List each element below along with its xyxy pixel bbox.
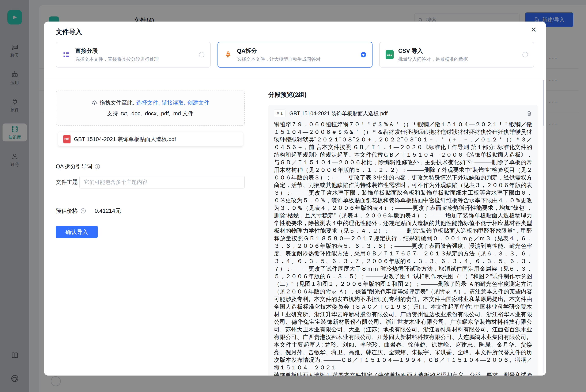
- chunk-index-badge: # 1: [274, 110, 286, 117]
- topic-input[interactable]: [79, 176, 245, 188]
- segment-icon: [62, 50, 71, 59]
- close-icon[interactable]: ×: [531, 24, 536, 34]
- rocket-icon: [224, 50, 232, 59]
- option-desc: 批量导入问答对，是最精准的数据: [398, 56, 468, 62]
- option-qa-split[interactable]: QA拆分 选择文本文件，让大模型自动生成问答对: [218, 42, 372, 68]
- csv-file-icon: CSV: [386, 50, 394, 59]
- chunk-paragraph: 犐犆犛７９．０６０犆犆犛犅７０！＂＃＄％＆＇（）＊犌犅／犜１５１０４—２０２１！…: [274, 120, 532, 371]
- chunk-paragraph: 装饰单板贴面人造板１ 范围本文件规定了装饰单板贴面人造板的术语和定义、分类、要求…: [274, 371, 532, 376]
- question-icon[interactable]: ?: [81, 208, 86, 214]
- topic-label: 文件主题: [56, 178, 79, 186]
- upload-panel: 拖拽文件至此, 选择文件, 链接读取, 创建文件 支持 .txt, .doc, …: [56, 90, 245, 376]
- preview-chunk-card: # 1 GBT 15104-2021 装饰单板贴面人造板.pdf 犐犆犛７９．０…: [268, 105, 538, 376]
- price-value: 0.41214元: [95, 207, 121, 215]
- scrollbar-thumb[interactable]: [543, 80, 544, 126]
- preview-panel: 分段预览(2组) # 1 GBT 15104-2021 装饰单板贴面人造板.pd…: [268, 90, 538, 376]
- radio-unchecked-icon[interactable]: [199, 52, 204, 58]
- option-title: CSV 导入: [398, 47, 468, 55]
- info-icon[interactable]: i: [95, 164, 100, 169]
- option-direct-segment[interactable]: 直接分段 选择文本文件，直接将其按分段进行处理: [56, 42, 211, 68]
- import-mode-options: 直接分段 选择文本文件，直接将其按分段进行处理 QA拆分 选择文本文件，让大模型…: [56, 42, 534, 68]
- option-csv-import[interactable]: CSV CSV 导入 批量导入问答对，是最精准的数据: [379, 42, 534, 68]
- file-import-modal: 文件导入 × 直接分段 选择文本文件，直接将其按分段进行处理 QA拆分 选择文本…: [44, 22, 546, 376]
- file-dropzone[interactable]: 拖拽文件至此, 选择文件, 链接读取, 创建文件 支持 .txt, .doc, …: [56, 90, 245, 126]
- option-title: 直接分段: [75, 47, 159, 55]
- confirm-import-button[interactable]: 确认导入: [56, 226, 98, 238]
- modal-scrollbar[interactable]: [543, 80, 544, 373]
- option-desc: 选择文本文件，让大模型自动生成问答对: [237, 56, 321, 62]
- preview-title: 分段预览(2组): [268, 90, 538, 99]
- price-label: 预估价格: [56, 207, 78, 215]
- radio-checked-icon[interactable]: [361, 52, 366, 58]
- chunk-content: 犐犆犛７９．０６０犆犆犛犅７０！＂＃＄％＆＇（）＊犌犅／犜１５１０４—２０２１！…: [274, 120, 532, 376]
- option-desc: 选择文本文件，直接将其按分段进行处理: [75, 56, 159, 62]
- uploaded-file-item[interactable]: PDF GBT 15104-2021 装饰单板贴面人造板.pdf: [58, 132, 243, 146]
- pdf-file-icon: PDF: [63, 135, 71, 143]
- select-file-link[interactable]: 选择文件,: [136, 99, 160, 106]
- create-file-link[interactable]: 创建文件: [187, 99, 209, 106]
- chunk-filename: GBT 15104-2021 装饰单板贴面人造板.pdf: [289, 110, 522, 117]
- radio-unchecked-icon[interactable]: [522, 52, 528, 58]
- dropzone-text: 拖拽文件至此,: [100, 99, 134, 106]
- cloud-upload-icon: [91, 100, 98, 106]
- delete-chunk-button[interactable]: [526, 110, 532, 116]
- modal-title: 文件导入: [56, 28, 82, 36]
- trash-icon: [526, 110, 532, 116]
- uploaded-file-name: GBT 15104-2021 装饰单板贴面人造板.pdf: [74, 136, 176, 143]
- qa-prompt-label: QA 拆分引导词: [56, 163, 92, 170]
- option-title: QA拆分: [237, 47, 321, 55]
- link-read-link[interactable]: 链接读取,: [162, 99, 185, 106]
- supported-formats-text: 支持 .txt, .doc, .docx, .pdf, .md 文件: [107, 110, 193, 117]
